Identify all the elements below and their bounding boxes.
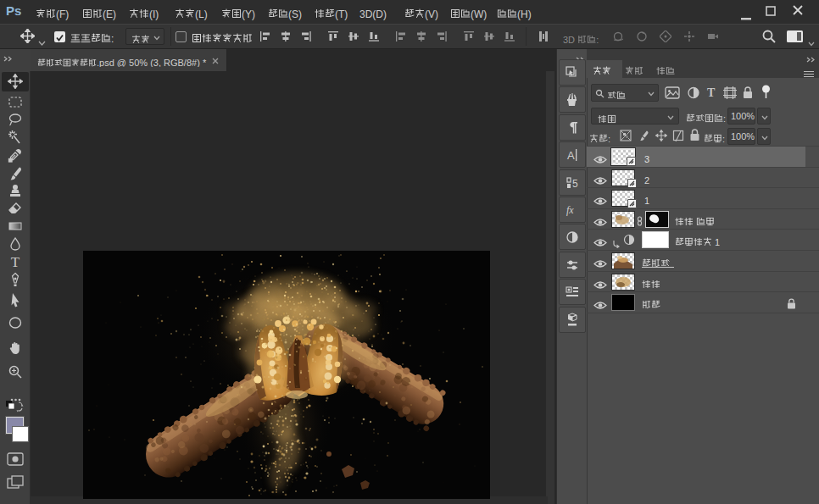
svg-text:5: 5	[572, 178, 578, 190]
svg-text:A: A	[567, 149, 575, 162]
svg-text:fx: fx	[566, 204, 574, 216]
svg-text:T: T	[11, 254, 20, 269]
